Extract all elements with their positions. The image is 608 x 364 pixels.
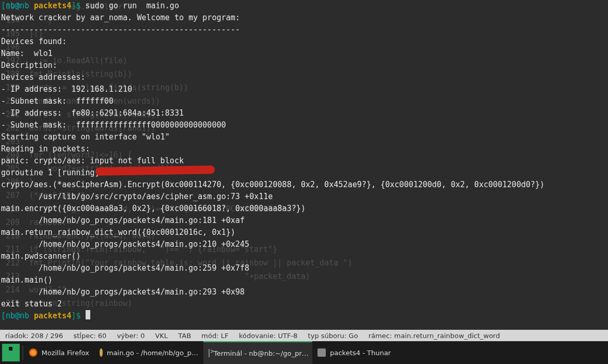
task-label: main.go - /home/nb/go_p… bbox=[107, 349, 198, 357]
status-sel: výber: 0 bbox=[117, 332, 145, 340]
start-menu-button[interactable] bbox=[2, 344, 20, 361]
status-ins: VKL bbox=[155, 332, 168, 340]
status-line: riadok: 208 / 296 bbox=[5, 332, 63, 340]
status-enc: kódovanie: UTF-8 bbox=[239, 332, 297, 340]
status-frame: rámec: main.return_rainbow_dict_word bbox=[368, 332, 500, 340]
task-firefox[interactable]: Mozilla Firefox bbox=[24, 341, 94, 364]
folder-icon bbox=[317, 348, 326, 357]
terminal-output[interactable]: [nb@nb packets4]$ sudo go run main.goNet… bbox=[0, 0, 608, 322]
task-terminal[interactable]: Terminál - nb@nb:~/go_pr… bbox=[203, 341, 312, 364]
status-mode: mód: LF bbox=[201, 332, 228, 340]
status-tab: TAB bbox=[178, 332, 191, 340]
firefox-icon bbox=[29, 348, 37, 357]
task-label: Terminál - nb@nb:~/go_pr… bbox=[214, 349, 309, 357]
task-label: Mozilla Firefox bbox=[42, 349, 89, 357]
task-thunar[interactable]: packets4 - Thunar bbox=[312, 341, 396, 364]
status-ft: typ súboru: Go bbox=[308, 332, 358, 340]
editor-statusbar: riadok: 208 / 296 stĺpec: 60 výber: 0 VK… bbox=[0, 330, 608, 341]
status-col: stĺpec: 60 bbox=[73, 332, 106, 340]
terminal-icon bbox=[209, 349, 210, 357]
taskbar: Mozilla Firefox main.go - /home/nb/go_p…… bbox=[0, 341, 608, 364]
task-label: packets4 - Thunar bbox=[330, 349, 391, 357]
editor-icon bbox=[100, 348, 103, 357]
task-editor[interactable]: main.go - /home/nb/go_p… bbox=[94, 341, 203, 364]
